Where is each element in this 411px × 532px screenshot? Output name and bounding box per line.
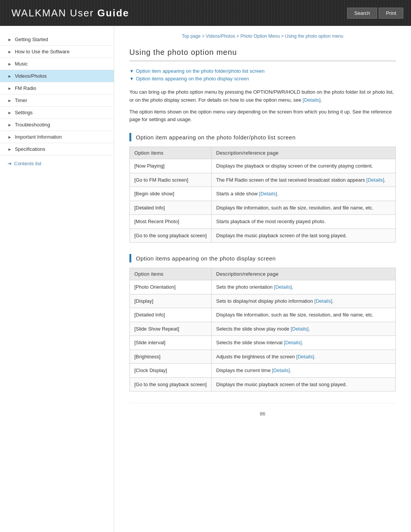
sidebar-item-important-info[interactable]: ► Important Information [0, 131, 114, 143]
sidebar-footer: ➔ Contents list [0, 155, 114, 172]
details-link[interactable]: [Details] [314, 298, 332, 304]
section-link-2: ▼ Option items appearing on the photo di… [129, 76, 396, 81]
option-desc: Selects the slide show interval [Details… [212, 336, 396, 350]
sidebar-item-label: Music [15, 61, 28, 67]
table-row: [Clock Display]Displays the current time… [130, 364, 396, 378]
breadcrumb-separator: > [236, 34, 240, 39]
sidebar-item-getting-started[interactable]: ► Getting Started [0, 34, 114, 46]
arrow-icon: ► [8, 123, 12, 127]
sidebar-item-timer[interactable]: ► Timer [0, 94, 114, 107]
triangle-icon: ▼ [129, 76, 134, 81]
table-row: [Photo Orientation]Sets the photo orient… [130, 280, 396, 294]
sidebar-item-settings[interactable]: ► Settings [0, 107, 114, 119]
option-desc: Adjusts the brightness of the screen [De… [212, 350, 396, 364]
sidebar-item-label: How to Use the Software [15, 49, 70, 54]
option-item: [Display] [130, 294, 212, 308]
app-title: WALKMAN User Guide [11, 7, 129, 19]
option-desc: Selects the slide show play mode [Detail… [212, 322, 396, 336]
arrow-icon: ► [8, 62, 12, 66]
option-desc: Displays the playback or display screen … [212, 159, 396, 173]
option-item: [Slide interval] [130, 336, 212, 350]
option-desc: The FM Radio screen of the last received… [212, 173, 396, 187]
breadcrumb-link-current[interactable]: Using the photo option menu [285, 34, 343, 39]
section-bar-icon [129, 254, 131, 262]
details-link[interactable]: [Details] [296, 354, 314, 359]
arrow-icon: ► [8, 86, 12, 91]
table-row: [Go to the song playback screen]Displays… [130, 228, 396, 243]
table-row: [Brightness]Adjusts the brightness of th… [130, 350, 396, 364]
contents-list-link[interactable]: Contents list [14, 161, 41, 166]
details-link[interactable]: [Details] [274, 284, 292, 290]
details-link[interactable]: [Details] [366, 177, 384, 183]
intro-text-1: You can bring up the photo option menu b… [129, 88, 396, 104]
section1-table: Option items Description/reference page … [129, 147, 396, 243]
main-content: Top page > Videos/Photos > Photo Option … [114, 26, 411, 532]
intro-text-2: The option items shown on the option men… [129, 108, 396, 124]
details-link[interactable]: [Details] [291, 326, 309, 332]
option-desc: Starts playback of the most recently pla… [212, 215, 396, 229]
table-col1-header: Option items [130, 147, 212, 159]
arrow-icon: ► [8, 50, 12, 54]
sidebar-item-label: Specifications [15, 146, 45, 152]
option-item: [Go to FM Radio screen] [130, 173, 212, 187]
header: WALKMAN User Guide Search Print [0, 0, 411, 26]
sidebar-item-troubleshooting[interactable]: ► Troubleshooting [0, 119, 114, 131]
breadcrumb-link-videos[interactable]: Videos/Photos [206, 34, 235, 39]
sidebar-item-music[interactable]: ► Music [0, 58, 114, 70]
section-link-1-anchor[interactable]: Option item appearing on the photo folde… [136, 68, 264, 74]
table-row: [Slide interval]Selects the slide show i… [130, 336, 396, 350]
sidebar-item-label: Videos/Photos [15, 73, 47, 79]
sidebar-item-videos-photos[interactable]: ► Videos/Photos [0, 70, 114, 82]
app-title-bold: Guide [97, 7, 129, 19]
table-row: [Display]Sets to display/not display pho… [130, 294, 396, 308]
breadcrumb-link-photo-menu[interactable]: Photo Option Menu [241, 34, 280, 39]
table-row: [Begin slide show]Starts a slide show [D… [130, 187, 396, 201]
option-item: [Now Playing] [130, 159, 212, 173]
table-row: [Go to the song playback screen]Displays… [130, 377, 396, 391]
sidebar-item-fm-radio[interactable]: ► FM Radio [0, 82, 114, 94]
option-item: [Detailed Info] [130, 201, 212, 215]
search-button[interactable]: Search [347, 8, 377, 19]
option-item: [Go to the song playback screen] [130, 377, 212, 391]
print-button[interactable]: Print [379, 8, 403, 19]
triangle-icon: ▼ [129, 69, 134, 74]
table-col1-header: Option items [130, 268, 212, 280]
sidebar-item-software[interactable]: ► How to Use the Software [0, 46, 114, 58]
details-link[interactable]: [Details] [284, 340, 302, 345]
page-number: 86 [260, 411, 265, 417]
page-title: Using the photo option menu [129, 48, 396, 61]
section-links: ▼ Option item appearing on the photo fol… [129, 68, 396, 81]
breadcrumb-separator: > [281, 34, 285, 39]
details-link[interactable]: [Details] [272, 367, 290, 373]
table-col2-header: Description/reference page [212, 147, 396, 159]
table-col2-header: Description/reference page [212, 268, 396, 280]
sidebar-item-label: Troubleshooting [15, 122, 50, 128]
arrow-icon: ► [8, 110, 12, 115]
table-row: [Detailed Info]Displays file information… [130, 308, 396, 322]
option-desc: Displays file information, such as file … [212, 308, 396, 322]
section2-table: Option items Description/reference page … [129, 268, 396, 391]
main-layout: ► Getting Started ► How to Use the Softw… [0, 26, 411, 532]
arrow-icon: ► [8, 98, 12, 103]
breadcrumb-link-top[interactable]: Top page [182, 34, 201, 39]
details-link[interactable]: [Details] [259, 191, 277, 197]
option-item: [Clock Display] [130, 364, 212, 378]
section-link-2-anchor[interactable]: Option items appearing on the photo disp… [136, 76, 249, 81]
table-row: [Now Playing]Displays the playback or di… [130, 159, 396, 173]
option-item: [Photo Orientation] [130, 280, 212, 294]
table-row: [Most Recent Photo]Starts playback of th… [130, 215, 396, 229]
section-bar-icon [129, 133, 131, 141]
arrow-right-icon: ➔ [8, 161, 12, 166]
sidebar-item-label: Timer [15, 97, 27, 103]
arrow-icon: ► [8, 74, 12, 78]
table-row: [Detailed Info]Displays file information… [130, 201, 396, 215]
option-item: [Most Recent Photo] [130, 215, 212, 229]
sidebar-item-specifications[interactable]: ► Specifications [0, 143, 114, 155]
table-row: [Go to FM Radio screen]The FM Radio scre… [130, 173, 396, 187]
details-link-1[interactable]: [Details] [303, 97, 320, 103]
option-item: [Go to the song playback screen] [130, 228, 212, 243]
page-footer: 86 [129, 403, 396, 420]
sidebar-item-label: Getting Started [15, 37, 48, 42]
option-item: [Detailed Info] [130, 308, 212, 322]
section2-heading: Option items appearing on the photo disp… [129, 254, 396, 262]
